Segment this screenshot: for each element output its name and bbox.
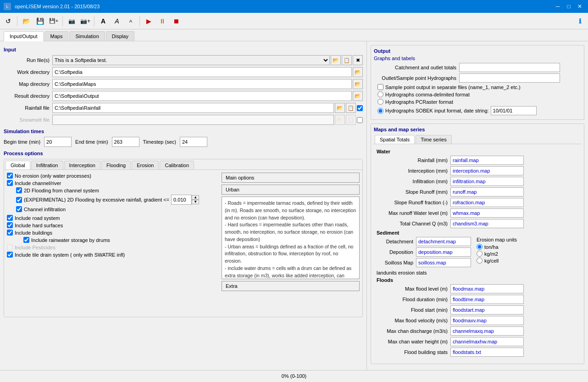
rainfall-list-btn[interactable]: 📋 — [346, 103, 356, 113]
kg-m2-radio[interactable] — [477, 251, 483, 257]
slope-runoff-label: Slope Runoff (mm) — [377, 189, 448, 195]
toolbar-pause[interactable]: ⏸ — [156, 15, 169, 28]
gradient-down-btn[interactable]: ▼ — [192, 200, 199, 204]
toolbar-save-all[interactable]: 💾+ — [47, 15, 60, 28]
catchment-input[interactable] — [459, 63, 560, 72]
ptab-infiltration[interactable]: Infiltration — [31, 161, 63, 169]
kg-cell-radio[interactable] — [477, 258, 483, 264]
map-dir-browse-btn[interactable]: 📂 — [353, 79, 363, 89]
rainfall-input[interactable] — [52, 103, 334, 113]
flood-2d-label: 2D Flooding from channel system — [24, 188, 99, 193]
toolbar-info[interactable]: ℹ — [573, 15, 586, 28]
slope-runoff-frac-input[interactable] — [450, 198, 524, 207]
work-dir-input[interactable]: C:\Softpedia — [52, 67, 352, 77]
tile-drain-checkbox[interactable] — [7, 252, 13, 258]
minimize-button[interactable]: ─ — [553, 2, 562, 11]
gradient-up-btn[interactable]: ▲ — [192, 195, 199, 200]
max-flood-vel-input[interactable] — [450, 316, 524, 325]
toolbar-text-small[interactable]: A — [124, 15, 137, 28]
map-dir-input[interactable] — [52, 79, 352, 89]
sub-tab-time[interactable]: Time series — [416, 135, 451, 144]
max-runoff-input[interactable] — [450, 208, 524, 218]
ptab-calibration[interactable]: Calibration — [160, 161, 194, 169]
interception-map-input[interactable] — [450, 166, 524, 175]
snowmelt-open-btn[interactable]: 📂 — [335, 115, 345, 125]
toolbar-text-bold[interactable]: A — [97, 15, 110, 28]
right-panel: Output Graphs and tabels Catchment and o… — [367, 41, 588, 370]
end-time-input[interactable] — [112, 137, 139, 147]
run-files-select[interactable]: This is a Softpedia test. — [52, 55, 330, 65]
ptab-global[interactable]: Global — [6, 161, 30, 169]
max-chan-discharge-input[interactable] — [450, 326, 524, 336]
run-files-open-btn[interactable]: 📂 — [331, 55, 341, 65]
max-runoff-row: Max runoff Water level (m) — [377, 208, 578, 218]
toolbar-camera[interactable]: 📷 — [65, 15, 78, 28]
flood-building-input[interactable] — [450, 348, 524, 357]
toolbar-camera2[interactable]: 📷+ — [79, 15, 92, 28]
main-options-button[interactable]: Main options — [222, 173, 360, 183]
total-channel-input[interactable] — [450, 219, 524, 228]
flood-duration-input[interactable] — [450, 295, 524, 304]
slope-runoff-map-row: Slope Runoff (mm) — [377, 187, 578, 197]
close-button[interactable]: ✕ — [575, 2, 584, 11]
rainfall-open-btn[interactable]: 📂 — [335, 103, 345, 113]
ptab-flooding[interactable]: Flooding — [101, 161, 131, 169]
outlet-input[interactable] — [459, 73, 560, 83]
infiltration-map-input[interactable] — [450, 177, 524, 186]
gradient-input[interactable] — [171, 195, 192, 205]
urban-button[interactable]: Urban — [222, 185, 360, 195]
toolbar-open[interactable]: 📂 — [20, 15, 33, 28]
sub-tab-spatial[interactable]: Spatial Totals — [375, 135, 415, 144]
pesticides-checkbox[interactable] — [7, 244, 13, 250]
begin-time-input[interactable] — [44, 137, 72, 147]
result-dir-browse-btn[interactable]: 📂 — [353, 91, 363, 101]
flood-exp-checkbox[interactable] — [16, 197, 22, 203]
detachment-input[interactable] — [416, 237, 471, 246]
hydro-pcraster-radio[interactable] — [377, 99, 383, 105]
deposition-input[interactable] — [416, 247, 471, 257]
slope-runoff-input[interactable] — [450, 187, 524, 197]
snowmelt-checkbox[interactable] — [357, 117, 363, 123]
run-files-clear-btn[interactable]: ✖ — [353, 55, 363, 65]
tab-maps[interactable]: Maps — [44, 31, 69, 41]
maximize-button[interactable]: □ — [564, 2, 573, 11]
sample-separate-checkbox[interactable] — [377, 84, 383, 90]
hydro-sobek-radio[interactable] — [377, 108, 383, 114]
snowmelt-list-btn[interactable]: 📋 — [346, 115, 356, 125]
ptab-interception[interactable]: Interception — [64, 161, 100, 169]
flood-start-input[interactable] — [450, 305, 524, 315]
toolbar-run-green[interactable]: ▶ — [142, 15, 155, 28]
flood-building-row: Flood building stats — [377, 348, 578, 357]
channel-infil-checkbox[interactable] — [16, 206, 22, 212]
ptab-erosion[interactable]: Erosion — [132, 161, 159, 169]
toolbar-refresh[interactable]: ↺ — [2, 15, 15, 28]
rainfall-map-input[interactable] — [450, 156, 524, 165]
soilloss-input[interactable] — [416, 258, 471, 267]
hydro-comma-radio[interactable] — [377, 91, 383, 97]
run-files-list-btn[interactable]: 📋 — [342, 55, 352, 65]
include-channel-checkbox[interactable] — [7, 180, 13, 186]
ton-ha-radio[interactable] — [477, 244, 483, 250]
max-chan-water-input[interactable] — [450, 337, 524, 346]
hydro-sobek-date-input[interactable] — [491, 106, 537, 115]
snowmelt-label: Snowmelt file — [4, 117, 50, 123]
max-flood-input[interactable] — [450, 284, 524, 293]
no-erosion-checkbox[interactable] — [7, 173, 13, 179]
rainfall-checkbox[interactable] — [357, 105, 363, 111]
work-dir-browse-btn[interactable]: 📂 — [353, 67, 363, 77]
snowmelt-input[interactable] — [52, 115, 334, 125]
flood-2d-checkbox[interactable] — [16, 187, 22, 193]
tab-input-output[interactable]: Input/Output — [4, 31, 44, 41]
tab-display[interactable]: Display — [106, 31, 134, 41]
extra-button[interactable]: Extra — [222, 281, 360, 291]
toolbar-stop[interactable]: ⏹ — [170, 15, 183, 28]
result-dir-input[interactable] — [52, 91, 352, 101]
rainwater-drums-checkbox[interactable] — [23, 237, 29, 243]
toolbar-text-italic[interactable]: A — [111, 15, 123, 28]
road-sys-checkbox[interactable] — [7, 215, 13, 221]
timestep-input[interactable] — [180, 137, 207, 147]
toolbar-save[interactable]: 💾 — [33, 15, 46, 28]
tab-simulation[interactable]: Simulation — [69, 31, 105, 41]
buildings-checkbox[interactable] — [7, 230, 13, 236]
hard-surfaces-checkbox[interactable] — [7, 222, 13, 228]
